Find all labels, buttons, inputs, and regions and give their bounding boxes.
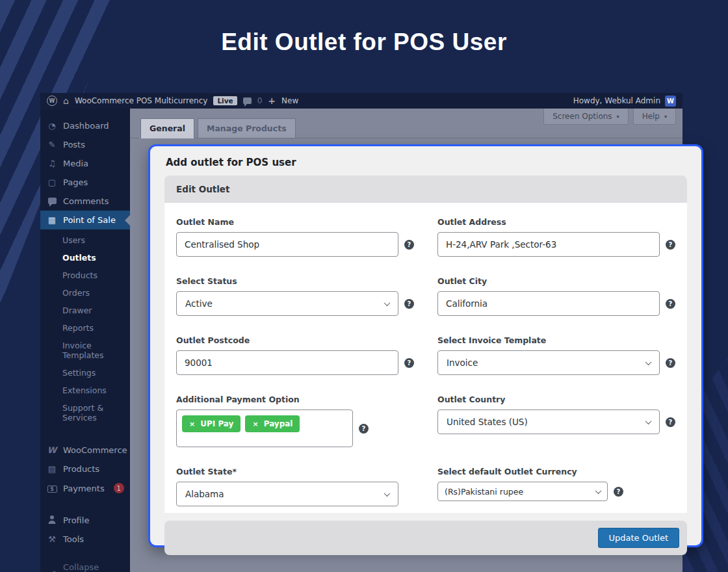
invoice-template-label: Select Invoice Template [437,335,675,345]
wordpress-logo-icon[interactable]: W [47,96,57,106]
outlet-postcode-input[interactable] [176,350,398,375]
submenu-item-support-services[interactable]: Support & Services [40,399,130,426]
help-icon[interactable]: ? [666,299,675,309]
field-outlet-postcode: Outlet Postcode ? [176,335,414,375]
sidebar-item-tools[interactable]: ⚒ Tools [40,530,130,549]
help-icon[interactable]: ? [666,417,675,427]
submenu-item-settings[interactable]: Settings [40,364,130,382]
help-icon[interactable]: ? [666,358,675,368]
field-payment-option: Additional Payment Option × UPI Pay × Pa… [176,395,414,447]
sidebar-item-label: Media [63,159,88,168]
submenu-item-invoice-templates[interactable]: Invoice Templates [40,337,130,364]
comment-bubble-shape [48,198,57,204]
collapse-menu-button[interactable]: ◄ Collapse menu [40,558,130,572]
sidebar-item-label: Comments [63,196,109,206]
chevron-down-icon [645,418,652,424]
update-outlet-button[interactable]: Update Outlet [598,528,680,548]
home-icon[interactable]: ⌂ [63,96,69,105]
person-shape [48,515,57,524]
chevron-down-icon [645,359,652,365]
submenu-item-reports[interactable]: Reports [40,319,130,337]
payment-tag-label: Paypal [264,419,293,428]
chevron-down-icon: ▾ [617,114,619,120]
help-icon[interactable]: ? [614,487,623,497]
field-select-status: Select Status Active ? [176,276,414,316]
pages-icon: ▢ [47,178,57,187]
field-outlet-name: Outlet Name ? [176,217,414,257]
payment-tag-paypal: × Paypal [245,415,300,432]
invoice-template-select-value: Invoice [447,358,478,368]
panel-title: Add outlet for POS user [150,146,701,176]
site-name-link[interactable]: WooCommerce POS Multicurrency [75,96,208,105]
screen-meta-links: Screen Options ▾ Help ▾ [543,109,676,125]
help-icon[interactable]: ? [666,240,675,250]
page-title: Edit Outlet for POS User [0,29,728,56]
outlet-currency-select-value: (Rs)Pakistani rupee [445,487,523,497]
tab-general[interactable]: General [140,118,194,138]
dollar-box-icon: $ [47,486,57,493]
comments-icon [47,197,57,205]
status-select[interactable]: Active [176,291,398,316]
sidebar-item-point-of-sale[interactable]: ▦ Point of Sale [40,211,130,229]
outlet-state-select[interactable]: Alabama [176,482,398,506]
outlet-country-select[interactable]: United States (US) [437,410,660,434]
sidebar-item-products[interactable]: ▤ Products [40,460,130,478]
outlet-city-input[interactable] [437,291,660,316]
outlet-address-input[interactable] [437,232,660,257]
payment-option-multiselect[interactable]: × UPI Pay × Paypal [176,410,353,447]
menu-separator [40,432,130,441]
comments-bubble-icon[interactable] [243,98,252,104]
outlet-currency-label: Select default Outlet Currency [437,467,675,476]
section-header: Edit Outlet [164,176,687,203]
woocommerce-icon: W [47,446,57,454]
point-of-sale-icon: ▦ [47,216,57,224]
field-outlet-currency: Select default Outlet Currency (Rs)Pakis… [437,467,675,506]
outlet-currency-select[interactable]: (Rs)Pakistani rupee [437,482,608,501]
panel-footer: Update Outlet [164,521,687,555]
field-outlet-city: Outlet City ? [437,276,675,316]
submenu-item-users[interactable]: Users [40,231,130,249]
submenu-item-orders[interactable]: Orders [40,284,130,302]
new-menu-link[interactable]: New [281,96,298,105]
submenu-item-drawer[interactable]: Drawer [40,302,130,319]
howdy-text[interactable]: Howdy, Webkul Admin [573,96,660,105]
select-status-label: Select Status [176,276,414,286]
screen-options-button[interactable]: Screen Options ▾ [543,109,628,125]
sidebar-item-woocommerce[interactable]: W WooCommerce [40,441,130,460]
sidebar-item-dashboard[interactable]: ◔ Dashboard [40,116,130,135]
outlet-country-select-value: United States (US) [447,417,528,427]
payment-option-label: Additional Payment Option [176,395,414,404]
sidebar-item-pages[interactable]: ▢ Pages [40,173,130,192]
help-icon[interactable]: ? [359,424,369,434]
sidebar-item-payments[interactable]: $ Payments 1 [40,478,130,498]
sidebar-item-label: Point of Sale [63,215,116,225]
tab-manage-products[interactable]: Manage Products [198,118,296,138]
remove-tag-icon[interactable]: × [252,420,258,428]
chevron-down-icon: ▾ [664,114,667,120]
invoice-template-select[interactable]: Invoice [437,350,660,375]
help-icon[interactable]: ? [404,299,414,309]
submenu-item-products[interactable]: Products [40,266,130,284]
dashboard-icon: ◔ [47,122,57,130]
sidebar-item-media[interactable]: ♫ Media [40,154,130,173]
help-label: Help [642,112,660,121]
outlet-state-label: Outlet State* [176,467,414,476]
sidebar-item-comments[interactable]: Comments [40,192,130,211]
payments-icon: $ [47,484,57,493]
field-outlet-country: Outlet Country United States (US) ? [437,395,675,447]
sidebar-item-profile[interactable]: Profile [40,511,130,530]
outlet-form: Outlet Name ? Outlet Address ? Select St… [164,203,687,513]
remove-tag-icon[interactable]: × [189,420,195,428]
sidebar-item-label: Payments [63,484,105,493]
submenu-item-extensions[interactable]: Extensions [40,382,130,399]
edit-outlet-panel: Add outlet for POS user Edit Outlet Outl… [148,144,703,547]
chevron-down-icon [384,490,391,497]
sidebar-item-posts[interactable]: ✎ Posts [40,135,130,154]
help-icon[interactable]: ? [404,358,414,368]
outlet-name-input[interactable] [176,232,398,257]
help-button[interactable]: Help ▾ [633,109,676,125]
admin-bar: W ⌂ WooCommerce POS Multicurrency Live 0… [40,93,682,109]
help-icon[interactable]: ? [404,240,414,250]
submenu-item-outlets[interactable]: Outlets [40,249,130,266]
avatar[interactable]: W [665,96,676,107]
